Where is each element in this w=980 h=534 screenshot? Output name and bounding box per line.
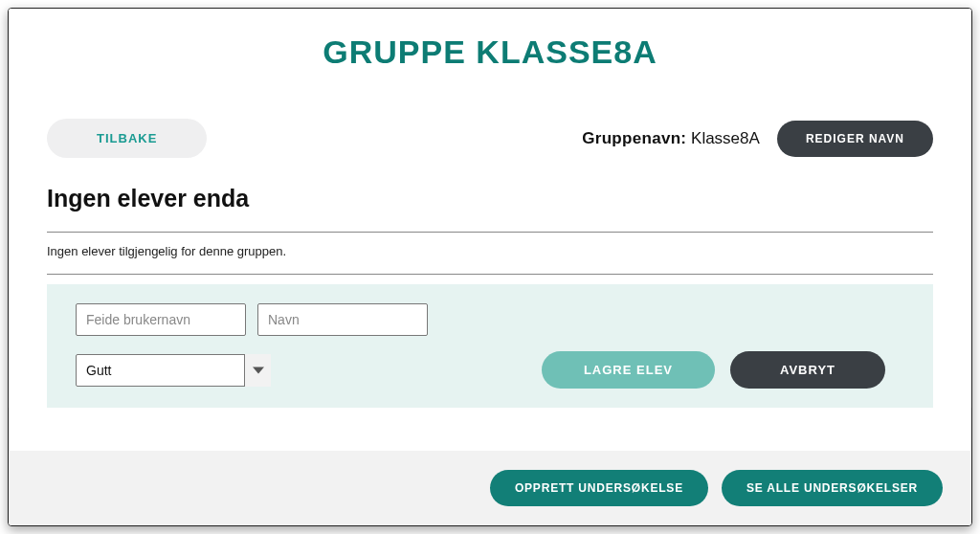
create-survey-button[interactable]: OPPRETT UNDERSØKELSE [490, 470, 708, 506]
footer-actions: OPPRETT UNDERSØKELSE SE ALLE UNDERSØKELS… [9, 451, 971, 525]
group-name-label: Gruppenavn: [582, 129, 686, 147]
student-name-input[interactable] [257, 303, 428, 336]
top-controls-row: TILBAKE Gruppenavn: Klasse8A REDIGER NAV… [47, 119, 933, 158]
add-student-panel: LAGRE ELEV AVBRYT [47, 284, 933, 408]
main-content: GRUPPE KLASSE8A TILBAKE Gruppenavn: Klas… [9, 9, 971, 408]
page-title: GRUPPE KLASSE8A [47, 33, 933, 71]
group-name-cluster: Gruppenavn: Klasse8A REDIGER NAVN [582, 121, 933, 157]
group-name-display: Gruppenavn: Klasse8A [582, 129, 760, 148]
students-heading: Ingen elever enda [47, 185, 933, 212]
view-all-surveys-button[interactable]: SE ALLE UNDERSØKELSER [722, 470, 943, 506]
group-window: GRUPPE KLASSE8A TILBAKE Gruppenavn: Klas… [8, 8, 972, 526]
gender-select[interactable] [76, 354, 271, 387]
form-row-actions: LAGRE ELEV AVBRYT [76, 351, 904, 389]
divider [47, 274, 933, 275]
form-buttons: LAGRE ELEV AVBRYT [542, 351, 904, 389]
group-name-value: Klasse8A [691, 129, 760, 147]
form-row-inputs [76, 303, 904, 336]
cancel-button[interactable]: AVBRYT [730, 351, 885, 389]
empty-students-message: Ingen elever tilgjengelig for denne grup… [47, 233, 933, 274]
back-button[interactable]: TILBAKE [47, 119, 207, 158]
gender-select-wrap [76, 354, 271, 387]
save-student-button[interactable]: LAGRE ELEV [542, 351, 715, 389]
edit-name-button[interactable]: REDIGER NAVN [777, 121, 933, 157]
feide-username-input[interactable] [76, 303, 246, 336]
